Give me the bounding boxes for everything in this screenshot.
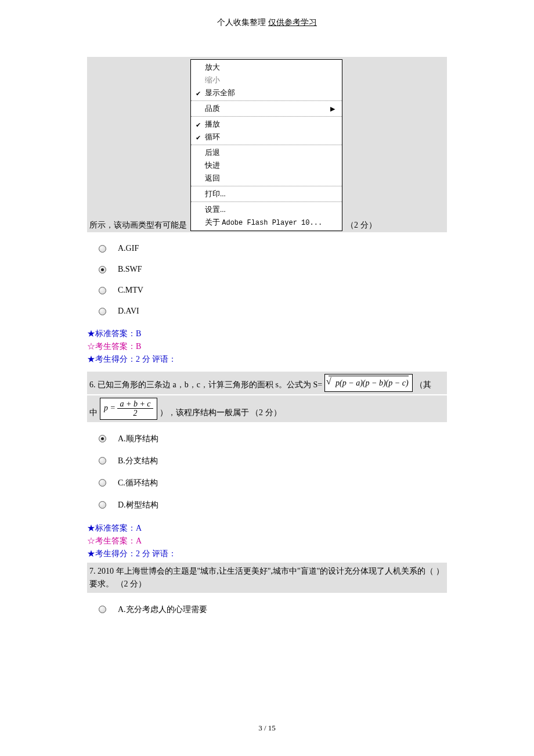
menu-forward[interactable]: 快进 bbox=[205, 159, 337, 172]
q6-text1: 6. 已知三角形的三条边 a，b，c，计算三角形的面积 s。公式为 S= bbox=[89, 378, 322, 392]
q5-answer: ★标准答案：B ☆考生答案：B ★考生得分：2 分 评语： bbox=[87, 327, 447, 366]
q7-text: 7. 2010 年上海世博会的主题是"城市,让生活更美好",城市中"盲道"的设计… bbox=[89, 567, 444, 588]
menu-about[interactable]: 关于 Adobe Flash Player 10... bbox=[205, 216, 337, 229]
q5-option-b[interactable]: B.SWF bbox=[99, 265, 447, 274]
q5-prefix: 所示，该动画类型有可能是 bbox=[89, 219, 187, 231]
q6-option-a[interactable]: A.顺序结构 bbox=[99, 434, 447, 444]
q6-answer: ★标准答案：A ☆考生答案：A ★考生得分：2 分 评语： bbox=[87, 522, 447, 560]
radio-icon[interactable] bbox=[99, 479, 106, 487]
menu-return[interactable]: 返回 bbox=[205, 172, 337, 185]
page-footer: 3 / 15 bbox=[0, 723, 534, 733]
q6-option-b[interactable]: B.分支结构 bbox=[99, 456, 447, 466]
check-icon: ✔ bbox=[196, 132, 201, 143]
menu-quality[interactable]: 品质▶ bbox=[205, 102, 337, 115]
q7-block: 7. 2010 年上海世博会的主题是"城市,让生活更美好",城市中"盲道"的设计… bbox=[87, 563, 447, 593]
q5-student-answer: ☆考生答案：B bbox=[87, 340, 447, 353]
q6-score: ★考生得分：2 分 评语： bbox=[87, 548, 447, 560]
radio-icon[interactable] bbox=[99, 245, 106, 253]
q6-text2-end: ），该程序结构一般属于 （2 分） bbox=[160, 406, 282, 420]
radio-icon[interactable] bbox=[99, 266, 106, 273]
check-icon: ✔ bbox=[196, 119, 201, 131]
radio-icon[interactable] bbox=[99, 457, 106, 465]
q6-std-answer: ★标准答案：A bbox=[87, 522, 447, 535]
q6-option-c[interactable]: C.循环结构 bbox=[99, 478, 447, 488]
header-text1: 个人收集整理 bbox=[217, 18, 266, 27]
heron-formula-icon: p(p − a)(p − b)(p − c) bbox=[324, 374, 413, 392]
radio-icon[interactable] bbox=[99, 308, 106, 315]
menu-zoom-out: 缩小 bbox=[205, 74, 337, 87]
menu-zoom-in[interactable]: 放大 bbox=[205, 61, 337, 74]
q6-line1: 6. 已知三角形的三条边 a，b，c，计算三角形的面积 s。公式为 S= p(p… bbox=[87, 372, 447, 394]
q5-option-d[interactable]: D.AVI bbox=[99, 307, 447, 316]
check-icon: ✔ bbox=[196, 88, 201, 99]
menu-play[interactable]: ✔播放 bbox=[205, 118, 337, 131]
radio-icon[interactable] bbox=[99, 287, 106, 294]
q7-options: A.充分考虑人的心理需要 bbox=[99, 604, 447, 615]
arrow-right-icon: ▶ bbox=[330, 103, 335, 114]
q5-score: ★考生得分：2 分 评语： bbox=[87, 353, 447, 366]
menu-settings[interactable]: 设置... bbox=[205, 203, 337, 216]
menu-show-all[interactable]: ✔显示全部 bbox=[205, 87, 337, 99]
q6-option-d[interactable]: D.树型结构 bbox=[99, 500, 447, 510]
menu-print[interactable]: 打印... bbox=[205, 188, 337, 200]
q7-option-a[interactable]: A.充分考虑人的心理需要 bbox=[99, 604, 447, 615]
header-text2: 仅供参考学习 bbox=[268, 18, 317, 27]
q5-std-answer: ★标准答案：B bbox=[87, 327, 447, 340]
flash-context-menu: 放大 缩小 ✔显示全部 品质▶ ✔播放 ✔循环 后退 快进 返回 打印... 设… bbox=[190, 59, 342, 231]
menu-back[interactable]: 后退 bbox=[205, 146, 337, 159]
semi-perimeter-formula-icon: p = a + b + c 2 bbox=[100, 398, 157, 420]
q5-options: A.GIF B.SWF C.MTV D.AVI bbox=[99, 244, 447, 316]
q5-points: （2 分） bbox=[346, 219, 377, 231]
q5-option-c[interactable]: C.MTV bbox=[99, 286, 447, 295]
radio-icon[interactable] bbox=[99, 606, 106, 613]
q5-line: 所示，该动画类型有可能是 放大 缩小 ✔显示全部 品质▶ ✔播放 ✔循环 后退 … bbox=[87, 57, 447, 232]
q6-line2: 中 p = a + b + c 2 ），该程序结构一般属于 （2 分） bbox=[87, 395, 447, 422]
radio-icon[interactable] bbox=[99, 501, 106, 509]
q6-text2-start: 中 bbox=[89, 406, 98, 420]
menu-loop[interactable]: ✔循环 bbox=[205, 131, 337, 143]
q6-text1-end: （其 bbox=[415, 378, 431, 392]
q6-options: A.顺序结构 B.分支结构 C.循环结构 D.树型结构 bbox=[99, 434, 447, 510]
q6-student-answer: ☆考生答案：A bbox=[87, 535, 447, 548]
page-header: 个人收集整理仅供参考学习 bbox=[87, 17, 447, 28]
radio-icon[interactable] bbox=[99, 435, 106, 442]
q5-option-a[interactable]: A.GIF bbox=[99, 244, 447, 253]
